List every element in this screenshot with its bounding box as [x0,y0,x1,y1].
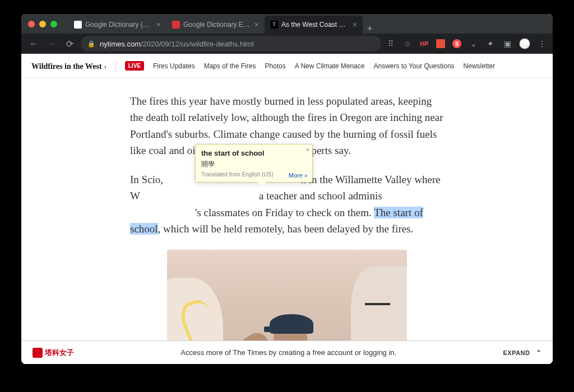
extensions-icon[interactable]: ✦ [485,39,496,49]
forward-button[interactable]: → [45,39,58,49]
favicon-icon: T [270,21,278,29]
footer-logo-text: 塔科女子 [45,348,74,358]
extension-hp-icon[interactable]: HP [419,39,429,49]
toolbar: ← → ⟳ 🔒 nytimes.com/2020/09/12/us/wildfi… [21,34,553,54]
tooltip-close-icon[interactable]: × [306,146,309,153]
nav-photos[interactable]: Photos [265,62,285,70]
back-button[interactable]: ← [27,39,40,49]
tab-strip: Google Dictionary (by Google) × Google D… [68,14,546,34]
url-domain: nytimes.com [100,40,141,48]
logo-icon [33,348,43,358]
dictionary-tooltip: × the start of school 開學 Translated from… [195,144,313,183]
star-icon[interactable]: ☆ [402,39,413,49]
nyt-subnav-title[interactable]: Wildfires in the West › [31,61,107,71]
nav-climate-menace[interactable]: A New Climate Menace [295,62,365,70]
url-path: /2020/09/12/us/wildfire-deaths.html [141,40,254,48]
profile-avatar[interactable] [519,38,530,49]
nav-answers[interactable]: Answers to Your Questions [373,62,454,70]
favicon-icon [74,21,82,29]
divider [115,61,116,71]
tooltip-more-link[interactable]: More » [289,172,308,179]
tooltip-translation: 開學 [201,160,307,169]
window-minimize[interactable] [39,21,46,27]
tooltip-arrow-icon [257,182,266,186]
live-badge: LIVE [125,61,144,71]
tab-title: Google Dictionary (by Google) [85,21,153,29]
footer-bar: 塔科女子 Access more of The Times by creatin… [21,340,553,364]
reload-button[interactable]: ⟳ [63,39,76,49]
menu-dots-icon[interactable]: ⋮ [537,39,547,49]
window-zoom[interactable] [50,21,57,27]
traffic-lights [28,21,57,27]
window-close[interactable] [28,21,35,27]
tooltip-title: the start of school [201,149,307,157]
footer-expand-button[interactable]: EXPAND ⌃ [503,349,541,357]
page-content: Wildfires in the West › LIVE Fires Updat… [21,54,553,364]
lock-icon: 🔒 [87,40,95,48]
footer-logo[interactable]: 塔科女子 [33,348,74,358]
cast-icon[interactable]: ▣ [502,39,512,49]
url-text: nytimes.com/2020/09/12/us/wildfire-death… [100,40,254,48]
new-tab-button[interactable]: + [363,24,377,34]
toolbar-right: ⠿ ☆ HP S ⌄ ✦ ▣ ⋮ [386,38,547,49]
tab-title: Google Dictionary Extension O [183,21,251,29]
nyt-subnav: Wildfires in the West › LIVE Fires Updat… [21,54,553,78]
extension-red-icon[interactable] [436,39,445,48]
translate-icon[interactable]: ⠿ [386,39,396,49]
tab-close-icon[interactable]: × [353,21,357,29]
nav-maps[interactable]: Maps of the Fires [204,62,256,70]
tab-close-icon[interactable]: × [156,21,161,29]
footer-message: Access more of The Times by creating a f… [74,348,503,357]
nav-newsletter[interactable]: Newsletter [464,62,496,70]
tab-google-dictionary-ext[interactable]: Google Dictionary Extension O × [166,16,265,34]
title-bar: Google Dictionary (by Google) × Google D… [21,14,553,34]
address-bar[interactable]: 🔒 nytimes.com/2020/09/12/us/wildfire-dea… [81,36,381,52]
browser-window: Google Dictionary (by Google) × Google D… [21,14,553,364]
tab-nytimes-active[interactable]: T As the West Coast Burns, Com × [265,16,363,34]
tab-title: As the West Coast Burns, Com [281,21,349,29]
tab-google-dictionary[interactable]: Google Dictionary (by Google) × [68,16,166,34]
favicon-icon [172,21,180,29]
tab-close-icon[interactable]: × [254,21,259,29]
chevron-right-icon: › [104,63,107,70]
nav-fires-updates[interactable]: Fires Updates [153,62,195,70]
extension-s-icon[interactable]: S [452,39,461,48]
article-body: The fires this year have mostly burned i… [21,78,553,364]
pocket-icon[interactable]: ⌄ [469,39,479,49]
chevron-up-icon: ⌃ [536,349,542,357]
